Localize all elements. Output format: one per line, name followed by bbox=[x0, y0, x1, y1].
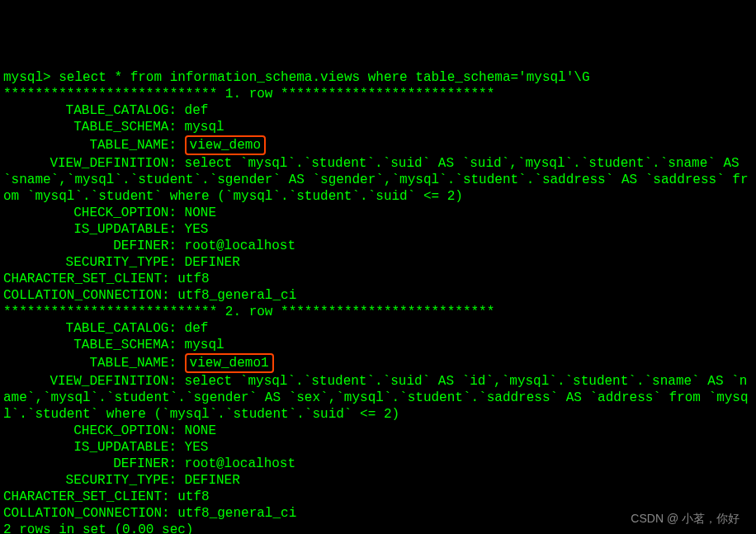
field-label: DEFINER: bbox=[3, 456, 177, 472]
row-divider-1: *************************** 1. row *****… bbox=[3, 86, 753, 102]
field-value: NONE bbox=[185, 423, 216, 438]
field-value: def bbox=[185, 321, 209, 336]
field-value: root@localhost bbox=[185, 456, 295, 471]
terminal-output: mysql> select * from information_schema.… bbox=[3, 69, 753, 534]
sql-query: select * from information_schema.views w… bbox=[59, 70, 589, 85]
field-label: TABLE_NAME: bbox=[3, 137, 177, 154]
field-label: IS_UPDATABLE: bbox=[3, 439, 177, 456]
field-label: COLLATION_CONNECTION: bbox=[3, 288, 170, 303]
field-label: TABLE_SCHEMA: bbox=[3, 337, 177, 353]
field-label: IS_UPDATABLE: bbox=[3, 221, 177, 238]
field-label: CHARACTER_SET_CLIENT: bbox=[3, 489, 170, 504]
field-value: utf8_general_ci bbox=[177, 288, 296, 303]
field-value: DEFINER bbox=[185, 255, 240, 270]
field-label: COLLATION_CONNECTION: bbox=[3, 506, 170, 521]
highlighted-view-name: view_demo bbox=[185, 135, 266, 155]
field-value: utf8_general_ci bbox=[177, 506, 296, 521]
field-value: mysql bbox=[185, 120, 224, 135]
field-value: root@localhost bbox=[185, 239, 295, 253]
field-label: TABLE_NAME: bbox=[3, 355, 177, 371]
field-label: DEFINER: bbox=[3, 238, 177, 254]
field-value: utf8 bbox=[177, 489, 209, 504]
field-label: TABLE_CATALOG: bbox=[3, 320, 177, 337]
field-label: VIEW_DEFINITION: bbox=[3, 155, 177, 172]
field-value: utf8 bbox=[177, 272, 209, 286]
result-summary: 2 rows in set (0.00 sec) bbox=[3, 522, 193, 534]
field-label: CHARACTER_SET_CLIENT: bbox=[3, 272, 170, 286]
mysql-prompt: mysql> bbox=[3, 70, 59, 85]
field-label: TABLE_CATALOG: bbox=[3, 102, 177, 119]
field-value: DEFINER bbox=[185, 473, 240, 488]
field-label: SECURITY_TYPE: bbox=[3, 254, 177, 271]
field-value: YES bbox=[185, 440, 209, 455]
field-value: mysql bbox=[185, 338, 224, 352]
highlighted-view-name: view_demo1 bbox=[185, 353, 274, 373]
field-label: VIEW_DEFINITION: bbox=[3, 373, 177, 390]
field-value: NONE bbox=[185, 206, 216, 220]
field-label: CHECK_OPTION: bbox=[3, 205, 177, 221]
field-value: def bbox=[185, 103, 209, 118]
row-divider-2: *************************** 2. row *****… bbox=[3, 304, 753, 320]
field-label: SECURITY_TYPE: bbox=[3, 472, 177, 489]
field-value: YES bbox=[185, 222, 209, 237]
field-label: CHECK_OPTION: bbox=[3, 423, 177, 439]
watermark: CSDN @ 小茗，你好 bbox=[631, 512, 739, 527]
field-label: TABLE_SCHEMA: bbox=[3, 119, 177, 135]
